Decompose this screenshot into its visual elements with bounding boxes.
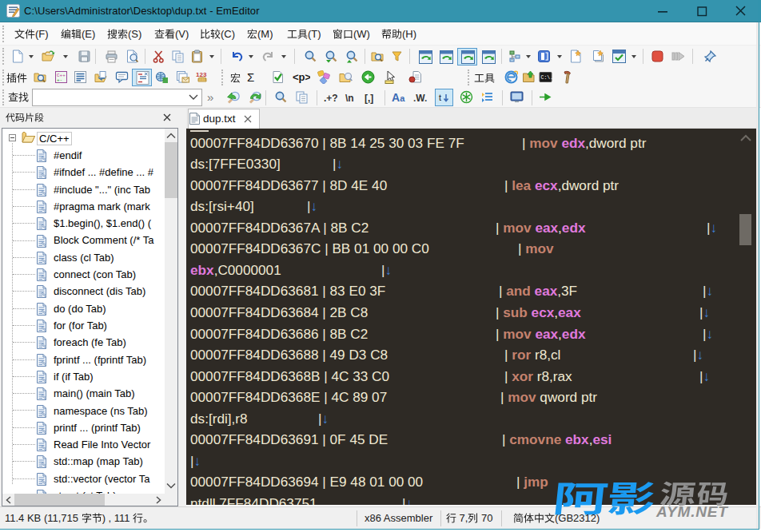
svg-text:<p>: <p> — [293, 71, 310, 83]
svg-text:+-: +- — [57, 77, 62, 83]
svg-text:t: t — [439, 93, 441, 102]
svg-text:C:\.: C:\. — [541, 75, 553, 81]
